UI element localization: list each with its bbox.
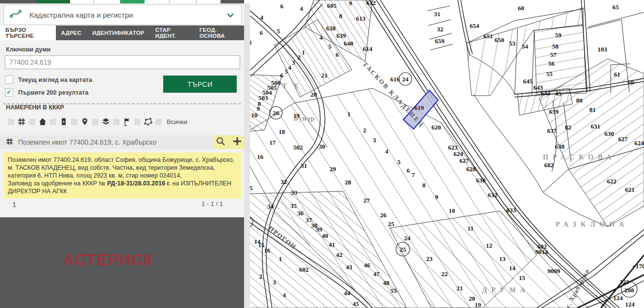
search-button[interactable]: ТЪРСИ [163, 76, 237, 93]
map-label: 640 [344, 40, 353, 47]
current-view-checkbox[interactable] [5, 76, 13, 84]
map-label: 624 [453, 150, 463, 157]
polygon-icon[interactable] [144, 117, 152, 126]
page-number[interactable]: 1 [12, 200, 16, 208]
map-label: 10 [449, 207, 455, 214]
details-line2-prefix: Заповед за одобрение на КККР № [8, 180, 107, 187]
map-label: 638 [326, 25, 336, 32]
results-title: НАМЕРЕНИ В КККР [6, 104, 244, 111]
map-label: 40 [322, 232, 328, 239]
result-type-filters: Всички [5, 117, 244, 126]
tab-identifier[interactable]: ИДЕНТИФИКАТОР [87, 26, 150, 40]
map-label: 630 [476, 177, 486, 184]
map-label: 8 [250, 39, 252, 46]
map-label: 21 [322, 72, 328, 79]
map-label: 5 [285, 68, 288, 75]
map-label: 6 [260, 29, 263, 36]
map-label: 61 [614, 71, 620, 78]
map-label: 4 [385, 148, 389, 155]
filter-all-checkbox[interactable] [155, 119, 162, 125]
add-plus-icon[interactable] [232, 136, 242, 148]
map-label: 638 [555, 143, 565, 150]
map-label: 1 [279, 255, 282, 262]
filter-home-checkbox[interactable] [29, 119, 35, 125]
map-label: 81 [590, 106, 596, 113]
map-label: 55 [391, 287, 397, 294]
keywords-input[interactable] [5, 55, 240, 69]
filter-layers-checkbox[interactable] [92, 119, 99, 125]
map-label: 4 [288, 64, 292, 71]
current-view-label: Текущ изглед на картата [18, 77, 92, 83]
map-label: 65 [613, 3, 619, 11]
location-pin-icon[interactable] [80, 117, 89, 126]
map-label: 620 [431, 124, 441, 131]
filter-grid-checkbox[interactable] [8, 119, 14, 125]
filter-flag-checkbox[interactable] [113, 119, 120, 125]
map-label: 26 [380, 211, 387, 219]
building-icon[interactable] [59, 117, 68, 126]
map-label: 2 [363, 127, 367, 134]
map-label: 5 [397, 158, 401, 166]
map-label: 23 [426, 255, 433, 262]
map-label: 57 [550, 51, 557, 58]
first-200-label: Първите 200 резултата [18, 89, 88, 96]
cadastral-map[interactable]: ПРАСКОВАРАЗКЛОНАДРУМАБунарТ Е ТАСКОВ КЛА… [250, 0, 644, 308]
filter-building-checkbox[interactable] [50, 119, 56, 125]
panel-footer: АСТЕРИСК [0, 217, 244, 308]
map-label: 659 [435, 37, 445, 45]
strip-divider [93, 0, 94, 3]
map-label: 6 [280, 2, 284, 10]
map-label: 1 [347, 110, 351, 118]
map-label: 9014 [535, 248, 548, 256]
tab-quick-search[interactable]: БЪРЗО ТЪРСЕНЕ [0, 26, 56, 40]
result-row[interactable]: Поземлен имот 77400.24.619, с. Храбърско [0, 135, 244, 149]
map-label: 627 [618, 135, 628, 143]
tab-address[interactable]: АДРЕС [56, 26, 87, 40]
map-label: 616 [390, 76, 400, 83]
map-label: 11 [250, 121, 251, 128]
map-label: 25 [400, 246, 407, 253]
map-label: 645 [523, 77, 533, 85]
grid-icon[interactable] [17, 117, 26, 126]
map-label: 624 [634, 139, 644, 147]
map-label: 651 [483, 32, 493, 40]
map-label: 31 [301, 162, 307, 169]
map-label: 15 [250, 184, 253, 192]
layers-icon[interactable] [101, 117, 110, 126]
map-label: 59 [555, 31, 562, 39]
flag-icon[interactable] [123, 117, 131, 126]
map-label: 4 [300, 5, 303, 12]
map-label: 614 [363, 45, 372, 52]
map-label: 13 [499, 255, 506, 262]
results-section: НАМЕРЕНИ В КККР [0, 104, 244, 126]
map-label: 54 [522, 43, 529, 50]
route-icon [10, 9, 22, 20]
map-label: 7 [412, 171, 415, 179]
map-label: 621 [625, 186, 635, 193]
magnifier-icon[interactable] [216, 136, 225, 148]
strip-divider [196, 0, 197, 3]
map-label: 4 [260, 14, 264, 21]
first-200-checkbox[interactable]: ✓ [5, 88, 13, 97]
map-label: 24 [404, 234, 411, 242]
map-label: 36 [297, 209, 304, 217]
map-label: 60 [628, 78, 634, 86]
chevron-down-icon[interactable] [226, 11, 234, 20]
map-label: 19 [475, 301, 482, 308]
filter-polygon-checkbox[interactable] [134, 119, 141, 125]
map-label: 6 [407, 167, 410, 174]
home-icon[interactable] [38, 117, 47, 126]
keywords-label: Ключови думи [6, 46, 244, 53]
map-label: 31 [434, 10, 441, 18]
map-label: 3 [273, 279, 276, 286]
parcel-details-box: Поземлен имот 77400.24.619, област София… [4, 153, 241, 199]
tab-geodesic-basis[interactable]: ГЕОД. ОСНОВА [194, 26, 244, 40]
tab-old-identifier[interactable]: СТАР ИДЕНТ. [150, 26, 194, 40]
map-label: 124 [613, 294, 623, 302]
filter-pin-checkbox[interactable] [71, 119, 77, 125]
map-label: 3 [373, 136, 376, 144]
map-label: РАЗКЛОНА [556, 221, 628, 228]
map-label: 632 [488, 191, 497, 199]
service-selector[interactable]: Кадастрална карта и регистри [3, 4, 242, 25]
map-label: 24 [402, 76, 409, 83]
